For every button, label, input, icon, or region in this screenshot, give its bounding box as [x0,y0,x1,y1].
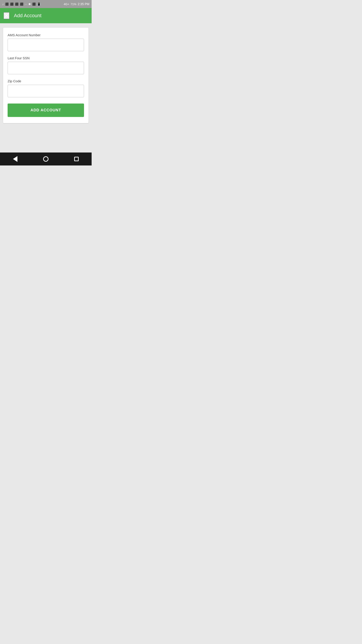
back-icon [13,156,17,162]
bluetooth-icon: ✱ [28,2,31,6]
nav-back-button[interactable] [8,154,22,164]
home-icon [43,156,48,162]
nav-home-button[interactable] [39,154,53,164]
ams-account-field-group: AMS Account Number [7,33,84,51]
ams-account-label: AMS Account Number [7,33,84,37]
signal-icon: 4G+ [64,2,69,6]
status-bar: ♪ ⬛ ⬛ ⬛ ⬛ ··· ✱ ⬛ 📳 4G+ 71% 2:35 PM [0,0,92,8]
app-bar: ✕ Add Account [0,8,92,23]
nav-bar [0,152,92,166]
ssn-label: Last Four SSN [7,56,84,60]
form-card: AMS Account Number Last Four SSN Zip Cod… [3,28,88,123]
page-title: Add Account [14,13,41,18]
nfc-icon: ⬛ [32,2,36,6]
status-bar-left: ♪ ⬛ ⬛ ⬛ ⬛ ··· ✱ ⬛ 📳 [2,2,41,6]
music-icon: ♪ [2,2,4,6]
more-icon: ··· [25,2,27,6]
zip-input[interactable] [7,85,84,97]
ams-account-input[interactable] [7,39,84,51]
add-account-button[interactable]: ADD ACCOUNT [7,104,84,117]
ssn-input[interactable] [7,62,84,74]
zip-label: Zip Code [7,79,84,83]
status-bar-right: 4G+ 71% 2:35 PM [64,2,89,6]
time-display: 2:35 PM [78,2,89,6]
app-icon-1: ⬛ [10,2,14,6]
zip-field-group: Zip Code [7,79,84,97]
main-content: AMS Account Number Last Four SSN Zip Cod… [0,23,92,152]
ssn-field-group: Last Four SSN [7,56,84,74]
battery-icon: 71% [71,2,76,6]
nav-recent-button[interactable] [70,155,83,163]
close-button[interactable]: ✕ [3,12,9,19]
recent-icon [74,157,79,161]
vibrate-icon: 📳 [37,2,41,6]
outlook-icon: ⬛ [5,2,9,6]
app-icon-3: ⬛ [20,2,23,6]
app-icon-2: ⬛ [15,2,18,6]
